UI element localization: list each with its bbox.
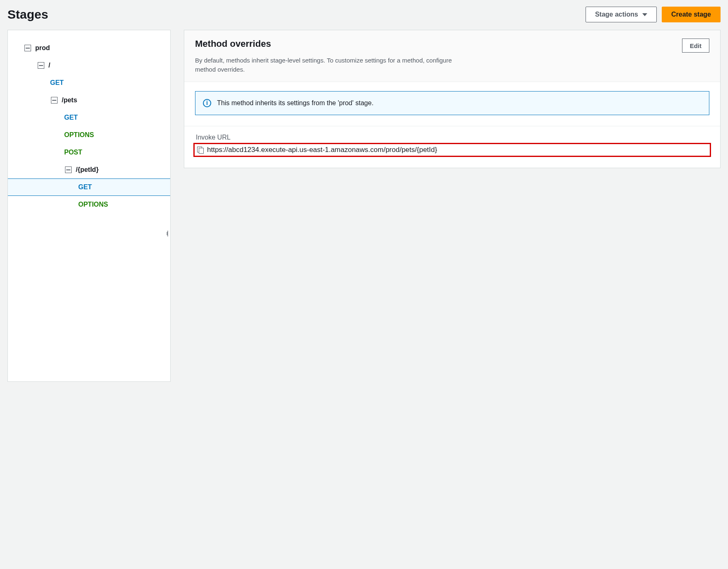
page-title: Stages — [7, 7, 48, 22]
collapse-icon[interactable] — [38, 62, 44, 69]
create-stage-button[interactable]: Create stage — [662, 7, 721, 22]
header-actions: Stage actions Create stage — [586, 7, 721, 22]
chevron-down-icon — [642, 13, 647, 16]
tree-method-get[interactable]: GET — [8, 74, 170, 92]
tree-method-pets-post[interactable]: POST — [8, 144, 170, 161]
tree-method-petid-options[interactable]: OPTIONS — [8, 196, 170, 213]
copy-icon[interactable] — [197, 147, 204, 153]
detail-title: Method overrides — [195, 39, 271, 49]
stage-actions-label: Stage actions — [595, 11, 638, 18]
stages-tree-panel: prod / GET /pets GET — [7, 30, 171, 382]
method-label: GET — [64, 114, 78, 121]
tree-resource-pets[interactable]: /pets — [8, 92, 170, 109]
divider — [184, 126, 720, 126]
resource-path: /pets — [62, 97, 77, 104]
method-label: GET — [50, 80, 64, 86]
tree-resource-root[interactable]: / — [8, 57, 170, 74]
collapse-icon[interactable] — [51, 97, 58, 104]
stage-label: prod — [35, 45, 50, 51]
method-label: GET — [78, 184, 92, 190]
invoke-url-section: Invoke URL https://abcd1234.execute-api.… — [193, 134, 711, 157]
detail-header: Method overrides Edit By default, method… — [184, 30, 720, 82]
collapse-icon[interactable] — [24, 45, 31, 51]
tree-stage-prod[interactable]: prod — [8, 39, 170, 57]
method-label: OPTIONS — [64, 132, 94, 138]
tree-method-pets-get[interactable]: GET — [8, 109, 170, 126]
method-detail-panel: Method overrides Edit By default, method… — [184, 30, 721, 168]
resource-path: /{petId} — [76, 166, 99, 173]
stage-actions-button[interactable]: Stage actions — [586, 7, 657, 22]
edit-button[interactable]: Edit — [682, 39, 709, 53]
info-icon: i — [203, 99, 211, 107]
tree-method-pets-options[interactable]: OPTIONS — [8, 126, 170, 144]
info-banner: i This method inherits its settings from… — [195, 91, 709, 115]
invoke-url-row: https://abcd1234.execute-api.us-east-1.a… — [193, 143, 711, 157]
resize-handle-icon[interactable]: ı| — [166, 230, 168, 236]
invoke-url-label: Invoke URL — [193, 134, 711, 141]
invoke-url-value: https://abcd1234.execute-api.us-east-1.a… — [207, 146, 437, 154]
detail-description: By default, methods inherit stage-level … — [195, 56, 464, 74]
tree-resource-petid[interactable]: /{petId} — [8, 161, 170, 178]
method-label: POST — [64, 149, 82, 156]
info-message: This method inherits its settings from t… — [217, 99, 374, 107]
resource-path: / — [48, 62, 50, 69]
tree-method-petid-get[interactable]: GET — [8, 178, 170, 196]
method-label: OPTIONS — [78, 201, 108, 208]
collapse-icon[interactable] — [65, 166, 72, 173]
page-header: Stages Stage actions Create stage — [7, 7, 721, 22]
